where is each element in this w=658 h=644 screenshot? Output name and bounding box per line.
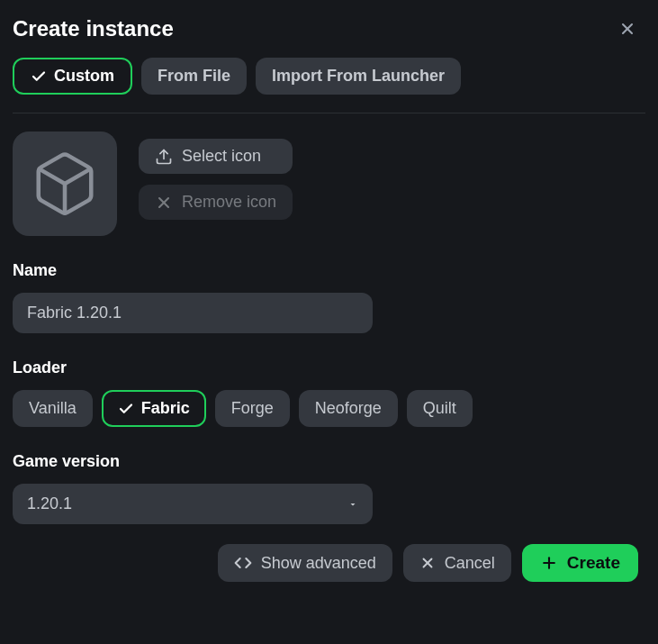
tab-label: Custom [54, 67, 114, 86]
create-button[interactable]: Create [522, 544, 638, 582]
tab-label: Import From Launcher [272, 67, 445, 86]
remove-icon-button: Remove icon [139, 185, 293, 220]
tab-import-launcher[interactable]: Import From Launcher [256, 58, 461, 95]
loader-label: Loader [13, 358, 645, 377]
version-select[interactable]: 1.20.1 [13, 484, 373, 524]
upload-icon [155, 148, 173, 166]
code-icon [234, 554, 252, 572]
tab-custom[interactable]: Custom [13, 58, 132, 95]
check-icon [118, 401, 134, 417]
chevron-down-icon [347, 499, 358, 510]
button-label: Show advanced [261, 554, 376, 573]
cancel-button[interactable]: Cancel [403, 544, 511, 582]
close-icon [155, 194, 173, 212]
close-button[interactable] [615, 16, 640, 41]
loader-option-quilt[interactable]: Quilt [407, 390, 473, 427]
plus-icon [540, 554, 558, 572]
loader-option-forge[interactable]: Forge [215, 390, 290, 427]
pill-label: Neoforge [315, 399, 382, 418]
cube-icon [30, 149, 100, 219]
button-label: Create [567, 553, 620, 573]
pill-label: Forge [231, 399, 274, 418]
show-advanced-button[interactable]: Show advanced [218, 544, 392, 582]
page-title: Create instance [13, 16, 174, 41]
loader-option-vanilla[interactable]: Vanilla [13, 390, 93, 427]
select-icon-button[interactable]: Select icon [139, 139, 293, 174]
close-icon [419, 555, 436, 571]
tab-label: From File [158, 67, 230, 86]
icon-preview[interactable] [13, 132, 117, 236]
name-input[interactable] [13, 293, 373, 333]
close-icon [618, 20, 636, 38]
source-tabs: Custom From File Import From Launcher [13, 58, 645, 113]
tab-from-file[interactable]: From File [141, 58, 247, 95]
version-label: Game version [13, 452, 645, 471]
pill-label: Vanilla [29, 399, 77, 418]
pill-label: Fabric [141, 399, 190, 418]
name-label: Name [13, 261, 645, 280]
button-label: Remove icon [182, 193, 276, 212]
pill-label: Quilt [423, 399, 456, 418]
button-label: Select icon [182, 147, 261, 166]
select-value: 1.20.1 [27, 494, 72, 513]
check-icon [31, 68, 47, 85]
loader-option-neoforge[interactable]: Neoforge [299, 390, 398, 427]
button-label: Cancel [445, 554, 495, 573]
loader-option-fabric[interactable]: Fabric [102, 390, 206, 427]
